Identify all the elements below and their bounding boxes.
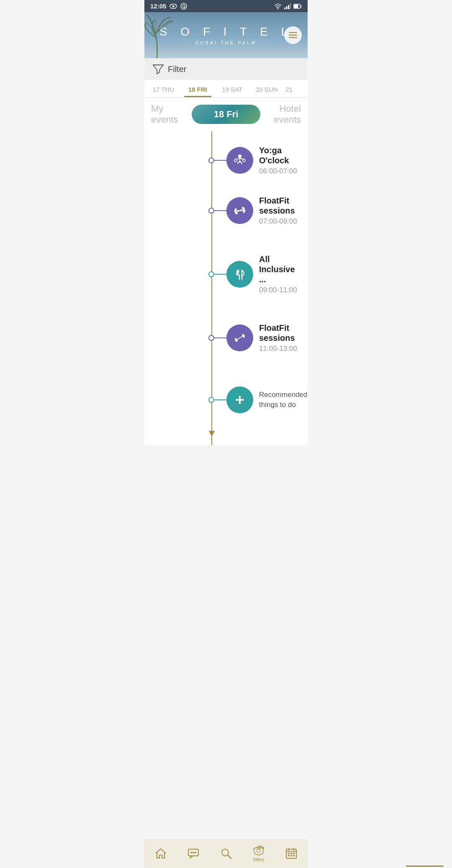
- svg-point-6: [277, 8, 279, 9]
- svg-rect-36: [236, 399, 244, 401]
- event-connector-allinclusive: [214, 274, 229, 275]
- signal-icon: [284, 3, 291, 9]
- recommend-row[interactable]: Recommended things to do: [144, 380, 308, 420]
- svg-point-17: [234, 159, 237, 162]
- event-info-floatfit1: FloatFit sessions 07:00-09:00: [259, 196, 301, 226]
- event-time-yoga: 06:00-07:00: [259, 167, 301, 175]
- svg-point-5: [182, 5, 185, 8]
- event-title-yoga: Yo:ga O'clock: [259, 145, 301, 165]
- filter-icon: [153, 64, 164, 74]
- tab-fri[interactable]: 18 FRI: [180, 80, 215, 97]
- event-time-allinclusive: 09:00-11:00: [259, 286, 301, 294]
- event-info-yoga: Yo:ga O'clock 06:00-07:00: [259, 145, 301, 175]
- event-allinclusive[interactable]: All Inclusive ... 09:00-11:00: [144, 244, 308, 304]
- eye-icon: [170, 4, 177, 9]
- recommend-dot: [208, 397, 214, 403]
- time-display: 12:05: [150, 3, 166, 10]
- event-dot-floatfit2: [208, 335, 214, 341]
- event-yoga[interactable]: Yo:ga O'clock 06:00-07:00: [144, 135, 308, 185]
- main-content: My events 18 Fri Hotel events: [144, 98, 308, 445]
- svg-rect-13: [289, 32, 297, 33]
- active-date-pill[interactable]: 18 Fri: [192, 105, 260, 124]
- palm-decoration: [144, 12, 174, 58]
- recommend-connector: [214, 399, 229, 400]
- svg-rect-10: [290, 3, 291, 9]
- event-icon-yoga: [226, 147, 253, 174]
- at-icon: [180, 3, 187, 10]
- tab-sun[interactable]: 20 SUN: [249, 80, 284, 97]
- event-title-allinclusive: All Inclusive ...: [259, 254, 301, 284]
- recommend-plus-button[interactable]: [226, 386, 253, 413]
- svg-point-18: [243, 159, 245, 162]
- my-events-label[interactable]: My events: [151, 103, 192, 125]
- event-icon-floatfit1: [226, 197, 253, 224]
- day-tabs: 17 THU 18 FRI 19 SAT 20 SUN 21: [144, 80, 308, 98]
- event-connector-floatfit1: [214, 210, 229, 211]
- svg-point-1: [172, 5, 175, 7]
- svg-rect-15: [289, 37, 297, 38]
- timeline-arrow: [209, 431, 215, 437]
- timeline: Yo:ga O'clock 06:00-07:00: [144, 131, 308, 445]
- event-time-floatfit1: 07:00-09:00: [259, 217, 301, 226]
- event-info-floatfit2: FloatFit sessions 11:00-13:00: [259, 323, 301, 353]
- event-connector-yoga: [214, 160, 229, 161]
- event-title-floatfit1: FloatFit sessions: [259, 196, 301, 216]
- menu-button[interactable]: [284, 26, 302, 44]
- event-title-floatfit2: FloatFit sessions: [259, 323, 301, 343]
- event-icon-floatfit2: [226, 325, 253, 351]
- svg-rect-9: [288, 5, 289, 9]
- filter-bar[interactable]: Filter: [144, 58, 308, 80]
- recommend-text: Recommended things to do: [259, 390, 307, 410]
- tab-thu[interactable]: 17 THU: [146, 80, 180, 97]
- event-floatfit2[interactable]: FloatFit sessions 11:00-13:00: [144, 313, 308, 363]
- event-dot-yoga: [208, 157, 214, 163]
- hotel-events-label[interactable]: Hotel events: [260, 103, 301, 125]
- status-bar: 12:05: [144, 0, 308, 12]
- app-header: S O F I T E L DUBAI THE PALM: [144, 12, 308, 58]
- svg-rect-7: [284, 8, 285, 9]
- svg-rect-14: [289, 35, 297, 36]
- event-connector-floatfit2: [214, 337, 229, 338]
- svg-rect-34: [237, 336, 243, 340]
- event-floatfit1[interactable]: FloatFit sessions 07:00-09:00: [144, 185, 308, 236]
- event-dot-allinclusive: [208, 271, 214, 277]
- event-dot-floatfit1: [208, 208, 214, 214]
- view-toggle: My events 18 Fri Hotel events: [144, 98, 308, 131]
- battery-icon: [293, 4, 302, 9]
- svg-rect-12: [294, 5, 298, 8]
- tab-sat[interactable]: 19 SAT: [215, 80, 249, 97]
- event-time-floatfit2: 11:00-13:00: [259, 345, 301, 353]
- event-icon-allinclusive: [226, 261, 253, 288]
- tab-21[interactable]: 21: [284, 80, 306, 97]
- svg-rect-8: [286, 6, 288, 9]
- svg-point-16: [238, 155, 241, 158]
- wifi-icon: [274, 3, 282, 9]
- event-info-allinclusive: All Inclusive ... 09:00-11:00: [259, 254, 301, 294]
- filter-label: Filter: [168, 64, 186, 74]
